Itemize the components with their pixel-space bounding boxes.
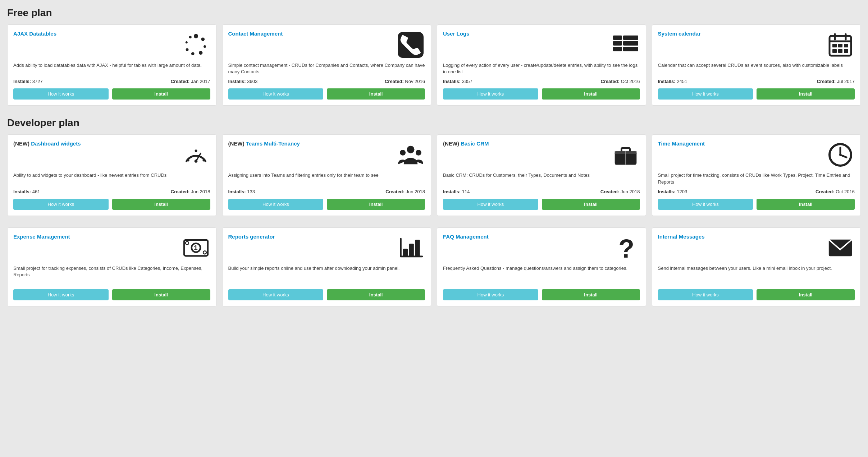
how-it-works-button[interactable]: How it works [443, 88, 538, 100]
install-button[interactable]: Install [542, 289, 640, 300]
card-description: Calendar that can accept several CRUDs a… [658, 62, 855, 75]
created-label: Created: Jun 2018 [600, 189, 640, 194]
svg-rect-49 [415, 240, 420, 257]
install-button[interactable]: Install [112, 88, 210, 100]
card-title[interactable]: AJAX Datatables [13, 31, 178, 37]
card-icon-question: ? [611, 234, 640, 262]
card-title[interactable]: Internal Messages [658, 234, 823, 240]
svg-text:1: 1 [193, 244, 197, 251]
card-actions: How it works Install [228, 289, 425, 300]
svg-point-0 [193, 34, 198, 38]
card-title[interactable]: FAQ Management [443, 234, 608, 240]
install-button[interactable]: Install [327, 289, 425, 300]
card-internal-messages: Internal Messages Send internal messages… [652, 227, 861, 306]
developer-plan-title: Developer plan [7, 117, 861, 129]
card-description: Ability to add widgets to your dashboard… [13, 172, 210, 185]
install-button[interactable]: Install [327, 88, 425, 100]
card-header: Internal Messages [658, 234, 855, 262]
card-title[interactable]: User Logs [443, 31, 608, 37]
install-button[interactable]: Install [757, 289, 855, 300]
card-meta: Installs: 133 Created: Jun 2018 [228, 189, 425, 194]
card-header: User Logs [443, 31, 640, 59]
card-actions: How it works Install [228, 199, 425, 210]
card-meta: Installs: 3727 Created: Jan 2017 [13, 79, 210, 84]
svg-rect-21 [832, 49, 837, 53]
install-button[interactable]: Install [112, 289, 210, 300]
card-description: Small project for time tracking, consist… [658, 172, 855, 185]
svg-point-31 [416, 150, 421, 156]
card-title[interactable]: System calendar [658, 31, 823, 37]
svg-rect-9 [623, 36, 638, 40]
card-teams-multi-tenancy: (NEW) Teams Multi-Tenancy Assigning user… [222, 134, 431, 216]
card-icon-table [611, 31, 640, 59]
how-it-works-button[interactable]: How it works [443, 289, 538, 300]
installs-label: Installs: 3727 [13, 79, 43, 84]
card-title[interactable]: Time Management [658, 140, 823, 147]
card-title[interactable]: (NEW) Basic CRM [443, 140, 608, 147]
install-button[interactable]: Install [757, 199, 855, 210]
svg-rect-11 [623, 41, 638, 46]
installs-label: Installs: 461 [13, 189, 40, 194]
card-header: Contact Management [228, 31, 425, 59]
created-label: Created: Oct 2016 [600, 79, 640, 84]
install-button[interactable]: Install [112, 199, 210, 210]
card-actions: How it works Install [443, 289, 640, 300]
svg-rect-20 [844, 44, 848, 47]
how-it-works-button[interactable]: How it works [13, 199, 109, 210]
card-meta: Installs: 461 Created: Jun 2018 [13, 189, 210, 194]
svg-rect-47 [403, 249, 408, 256]
how-it-works-button[interactable]: How it works [443, 199, 538, 210]
install-button[interactable]: Install [757, 88, 855, 100]
card-icon-envelope [826, 234, 855, 262]
svg-point-30 [400, 150, 406, 156]
card-actions: How it works Install [658, 199, 855, 210]
how-it-works-button[interactable]: How it works [228, 88, 324, 100]
how-it-works-button[interactable]: How it works [658, 289, 753, 300]
svg-rect-48 [409, 244, 414, 256]
install-button[interactable]: Install [327, 199, 425, 210]
install-button[interactable]: Install [542, 199, 640, 210]
svg-rect-18 [832, 44, 837, 47]
how-it-works-button[interactable]: How it works [658, 88, 753, 100]
card-title[interactable]: (NEW) Dashboard widgets [13, 140, 178, 147]
created-label: Created: Oct 2016 [816, 189, 855, 194]
new-badge: (NEW) [228, 140, 246, 147]
card-meta: Installs: 2451 Created: Jul 2017 [658, 79, 855, 84]
svg-rect-22 [838, 49, 842, 53]
card-header: (NEW) Dashboard widgets [13, 140, 210, 169]
installs-label: Installs: 133 [228, 189, 255, 194]
svg-point-5 [186, 48, 188, 51]
card-icon-spinner [182, 31, 210, 59]
card-reports-generator: Reports generator Build your simple repo… [222, 227, 431, 306]
how-it-works-button[interactable]: How it works [658, 199, 753, 210]
free-plan-title: Free plan [7, 7, 861, 19]
card-actions: How it works Install [658, 88, 855, 100]
svg-point-2 [204, 45, 206, 48]
card-header: (NEW) Basic CRM [443, 140, 640, 169]
svg-point-3 [198, 51, 202, 55]
installs-label: Installs: 3357 [443, 79, 472, 84]
how-it-works-button[interactable]: How it works [13, 88, 109, 100]
card-title[interactable]: Contact Management [228, 31, 393, 37]
new-badge: (NEW) [443, 140, 461, 147]
card-actions: How it works Install [658, 289, 855, 300]
card-system-calendar: System calendar Calendar that can accept… [652, 24, 861, 106]
card-basic-crm: (NEW) Basic CRM Basic CRM: CRUDs for Cus… [437, 134, 646, 216]
card-header: Time Management [658, 140, 855, 169]
card-meta: Installs: 3357 Created: Oct 2016 [443, 79, 640, 84]
how-it-works-button[interactable]: How it works [13, 289, 109, 300]
card-title[interactable]: (NEW) Teams Multi-Tenancy [228, 140, 393, 147]
card-icon-phone [396, 31, 425, 59]
how-it-works-button[interactable]: How it works [228, 199, 324, 210]
card-icon-money: 1 [182, 234, 210, 262]
card-expense-management: Expense Management 1 Small project for t… [7, 227, 216, 306]
install-button[interactable]: Install [542, 88, 640, 100]
card-description: Logging of every action of every user - … [443, 62, 640, 75]
card-ajax-datatables: AJAX Datatables Adds ability to load dat… [7, 24, 216, 106]
card-actions: How it works Install [13, 88, 210, 100]
svg-text:?: ? [618, 235, 634, 260]
card-description: Basic CRM: CRUDs for Customers, their Ty… [443, 172, 640, 185]
how-it-works-button[interactable]: How it works [228, 289, 324, 300]
card-title[interactable]: Reports generator [228, 234, 393, 240]
card-title[interactable]: Expense Management [13, 234, 178, 240]
